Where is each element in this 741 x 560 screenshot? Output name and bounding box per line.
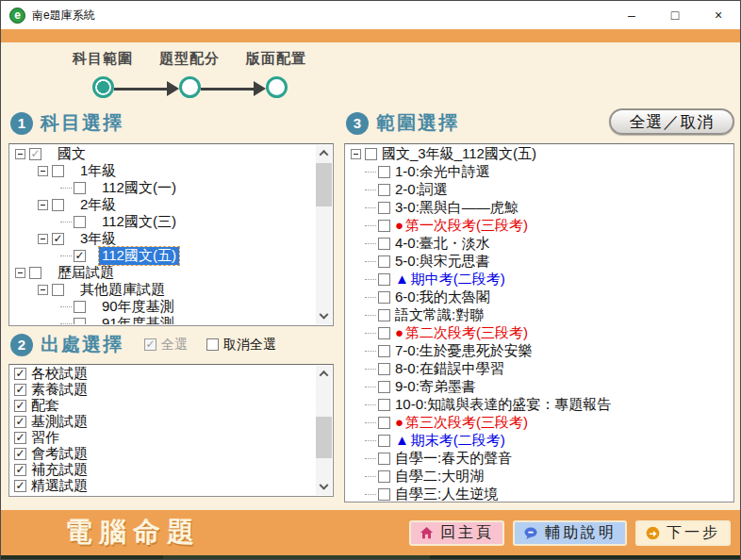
tree-item[interactable]: ✓3年級 xyxy=(11,230,315,247)
checkbox-unchecked[interactable] xyxy=(52,165,64,177)
tree-item[interactable]: ▲期中考(二段考) xyxy=(347,271,732,288)
checkbox-unchecked[interactable] xyxy=(74,301,86,313)
checkbox-checked-disabled[interactable]: ✓ xyxy=(144,338,156,351)
scroll-up-icon[interactable] xyxy=(316,145,332,160)
deselect-all-checkbox[interactable]: 取消全選 xyxy=(206,337,276,354)
tree-item[interactable]: ●第一次段考(三段考) xyxy=(347,217,732,235)
checkbox-unchecked[interactable] xyxy=(378,220,390,232)
home-button[interactable]: 回主頁 xyxy=(409,520,504,546)
scrollbar-track[interactable] xyxy=(316,381,332,480)
expander-minus-icon[interactable] xyxy=(351,149,361,159)
scrollbar-thumb[interactable] xyxy=(316,163,332,206)
checkbox-unchecked[interactable] xyxy=(52,199,64,211)
checkbox-unchecked[interactable] xyxy=(365,148,377,160)
tree-item[interactable]: 其他題庫試題 xyxy=(11,281,315,298)
tree-item[interactable]: ●第二次段考(三段考) xyxy=(347,324,732,342)
checkbox-checked[interactable]: ✓ xyxy=(14,464,26,476)
tree-item[interactable]: 6-0:我的太魯閣 xyxy=(347,288,732,306)
scrollbar[interactable] xyxy=(316,366,332,495)
checkbox-unchecked[interactable] xyxy=(52,284,64,296)
tree-item[interactable]: ▲期末考(二段考) xyxy=(347,432,732,450)
checkbox-unchecked[interactable] xyxy=(378,470,390,483)
checkbox-unchecked[interactable] xyxy=(378,184,390,196)
tree-item[interactable]: 自學三:人生逆境 xyxy=(347,486,732,501)
source-item[interactable]: ✓補充試題 xyxy=(11,462,315,478)
app-icon[interactable]: e xyxy=(9,8,25,24)
checkbox-unchecked[interactable] xyxy=(378,435,390,447)
tree-item[interactable]: 5-0:與宋元思書 xyxy=(347,253,732,271)
tree-item[interactable]: 歷屆試題 xyxy=(11,264,315,281)
tree-item[interactable]: 7-0:生於憂患死於安樂 xyxy=(347,342,732,360)
checkbox-unchecked[interactable] xyxy=(378,309,390,321)
maximize-button[interactable]: □ xyxy=(653,1,697,29)
expander-minus-icon[interactable] xyxy=(38,285,48,295)
source-item[interactable]: ✓配套 xyxy=(11,398,315,414)
checkbox-unchecked[interactable] xyxy=(378,399,390,411)
checkbox-unchecked[interactable] xyxy=(378,381,390,393)
checkbox-unchecked[interactable] xyxy=(378,273,390,286)
scroll-up-icon[interactable] xyxy=(316,366,332,381)
scroll-down-icon[interactable] xyxy=(316,480,332,495)
checkbox-checked[interactable]: ✓ xyxy=(14,448,26,460)
tree-item[interactable]: 90年度基測 xyxy=(11,298,315,315)
checkbox-checked[interactable]: ✓ xyxy=(52,233,64,245)
checkbox-unchecked[interactable] xyxy=(378,345,390,357)
scrollbar[interactable] xyxy=(316,145,332,324)
tree-item[interactable]: 3-0:黑與白——虎鯨 xyxy=(347,199,732,217)
expander-minus-icon[interactable] xyxy=(38,166,48,176)
checkbox-unchecked[interactable] xyxy=(74,182,86,194)
checkbox-unchecked[interactable] xyxy=(378,453,390,465)
tree-item[interactable]: 112國文(一) xyxy=(11,179,315,196)
tree-item[interactable]: 語文常識:對聯 xyxy=(347,306,732,324)
tree-item[interactable]: 2年級 xyxy=(11,196,315,213)
checkbox-checked[interactable]: ✓ xyxy=(14,480,26,492)
checkbox-checked[interactable]: ✓ xyxy=(14,400,26,412)
tree-item[interactable]: 10-0:知識與表達的盛宴：專題報告 xyxy=(347,396,732,414)
checkbox-unchecked[interactable] xyxy=(378,255,390,268)
checkbox-unchecked[interactable] xyxy=(378,166,390,178)
tree-item[interactable]: 自學一:春天的聲音 xyxy=(347,450,732,468)
tree-item[interactable]: 1年級 xyxy=(11,162,315,179)
expander-minus-icon[interactable] xyxy=(15,268,25,278)
source-item[interactable]: ✓素養試題 xyxy=(11,382,315,398)
checkbox-unchecked[interactable] xyxy=(378,363,390,375)
tree-item[interactable]: ✓國文 xyxy=(11,145,315,162)
select-all-checkbox[interactable]: ✓ 全選 xyxy=(144,337,188,354)
tree-item[interactable]: 4-0:臺北・淡水 xyxy=(347,235,732,253)
checkbox-checked[interactable]: ✓ xyxy=(74,250,86,262)
source-item[interactable]: ✓基測試題 xyxy=(11,414,315,430)
checkbox-checked[interactable]: ✓ xyxy=(14,384,26,396)
tree-item[interactable]: 國文_3年級_112國文(五) xyxy=(347,145,732,163)
tree-item[interactable]: 91年度基測 xyxy=(11,315,315,324)
tree-item[interactable]: 1-0:余光中詩選 xyxy=(347,163,732,181)
help-button[interactable]: 輔助說明 xyxy=(513,520,627,546)
select-all-toggle-button[interactable]: 全選／取消 xyxy=(609,108,734,135)
checkbox-unchecked[interactable] xyxy=(378,488,390,501)
next-step-button[interactable]: 下一步 xyxy=(635,520,731,546)
source-item[interactable]: ✓各校試題 xyxy=(11,366,315,382)
tree-item[interactable]: 112國文(三) xyxy=(11,213,315,230)
checkbox-unchecked[interactable] xyxy=(378,291,390,304)
tree-item[interactable]: 9-0:寄弟墨書 xyxy=(347,378,732,396)
scroll-down-icon[interactable] xyxy=(316,309,332,324)
checkbox-unchecked[interactable] xyxy=(378,327,390,339)
checkbox-unchecked[interactable] xyxy=(29,267,41,279)
close-button[interactable]: × xyxy=(697,1,740,29)
checkbox-checked[interactable]: ✓ xyxy=(14,416,26,428)
source-item[interactable]: ✓精選試題 xyxy=(11,478,315,494)
checkbox-unchecked[interactable] xyxy=(74,318,86,325)
checkbox-unchecked[interactable] xyxy=(378,202,390,214)
tree-item[interactable]: 8-0:在錯誤中學習 xyxy=(347,360,732,378)
checkbox-checked[interactable]: ✓ xyxy=(14,432,26,444)
expander-minus-icon[interactable] xyxy=(15,149,25,159)
scrollbar-thumb[interactable] xyxy=(316,417,332,458)
checkbox-unchecked[interactable] xyxy=(378,417,390,429)
checkbox-checked[interactable]: ✓ xyxy=(29,148,41,160)
expander-minus-icon[interactable] xyxy=(38,200,48,210)
source-item[interactable]: ✓習作 xyxy=(11,430,315,446)
tree-item[interactable]: ●第三次段考(三段考) xyxy=(347,414,732,432)
tree-item[interactable]: ✓112國文(五) xyxy=(11,247,315,264)
expander-minus-icon[interactable] xyxy=(38,234,48,244)
scrollbar-track[interactable] xyxy=(316,160,332,309)
checkbox-unchecked[interactable] xyxy=(74,216,86,228)
